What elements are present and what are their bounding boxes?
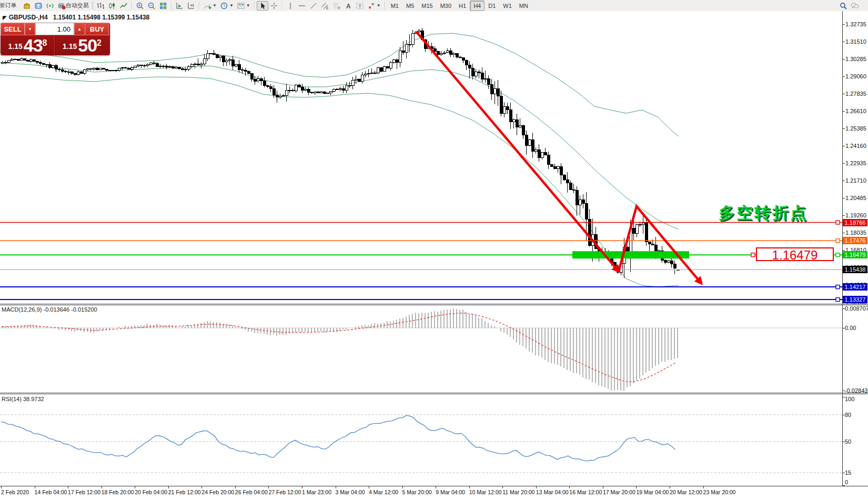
sell-price[interactable]: 1.15 43 8: [1, 35, 55, 55]
volume-decrease-button[interactable]: ▼: [25, 23, 35, 35]
buy-price-big: 50: [78, 36, 97, 54]
sell-price-pip: 8: [43, 38, 47, 48]
one-click-trading-panel: SELL ▼ 1.00 ▲ BUY 1.15 43 8 1.15 50 2: [1, 23, 110, 55]
volume-increase-button[interactable]: ▲: [74, 23, 85, 35]
buy-price-pip: 2: [97, 38, 102, 48]
sell-price-small: 1.15: [8, 38, 23, 54]
volume-input[interactable]: 1.00: [35, 23, 74, 35]
sell-price-big: 43: [24, 36, 43, 54]
sell-button[interactable]: SELL: [1, 23, 25, 35]
mt4-window: 新订单 自动交易 ▼ ▼ ▼ E F A T ▼ M: [0, 0, 868, 499]
buy-button[interactable]: BUY: [85, 23, 109, 35]
buy-price[interactable]: 1.15 50 2: [55, 35, 109, 55]
buy-price-small: 1.15: [63, 38, 77, 54]
